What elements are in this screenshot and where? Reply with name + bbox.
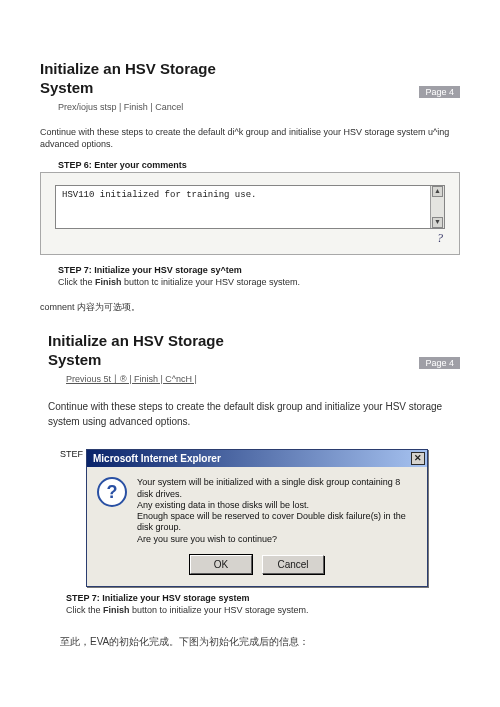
scrollbar[interactable]: ▲ ▼ [430,186,444,228]
finish-word-2: Finish [103,605,130,615]
msg-l3: Enough space will be reserved to cover D… [137,511,415,534]
final-note: 至此，EVA的初始化完成。下图为初始化完成后的信息： [60,635,460,649]
comments-text[interactable]: HSV110 initialized for training use. [56,186,430,228]
wizard-nav[interactable]: Prex/iojus stsp | Finish | Cancel [58,102,460,112]
page-badge-2: Page 4 [419,357,460,369]
step6-label: STEP 6: Enter your comments [58,160,460,170]
comments-textarea[interactable]: HSV110 initialized for training use. ▲ ▼ [55,185,445,229]
finish-word: Finish [95,277,122,287]
scroll-up-icon[interactable]: ▲ [432,186,443,197]
dialog-titlebar: Microsoft Internet Explorer ✕ [87,450,427,467]
stef-label: STEF [60,449,83,459]
scroll-down-icon[interactable]: ▼ [432,217,443,228]
intro-text-2: Continue with these steps to create the … [48,400,460,429]
dialog-message: Your system will be initialized with a s… [137,477,415,545]
msg-l4: Are you sure you wish to continue? [137,534,415,545]
step7-label: STEP 7: Initialize your HSV storage sy^t… [58,265,460,275]
page-title: Initialize an HSV Storage System [40,60,250,98]
confirm-dialog: Microsoft Internet Explorer ✕ ? Your sys… [86,449,428,587]
msg-l2: Any existing data in those disks will be… [137,500,415,511]
close-icon[interactable]: ✕ [411,452,425,465]
question-icon: ? [97,477,127,507]
page-title-2: Initialize an HSV Storage System [48,332,258,370]
msg-l1: Your system will be initialized with a s… [137,477,415,500]
ok-button[interactable]: OK [190,555,252,574]
s2c: button to initialize your HSV storage sy… [130,605,309,615]
page-badge: Page 4 [419,86,460,98]
comment-note: comnent 内容为可选项。 [40,301,460,314]
cancel-button[interactable]: Cancel [262,555,324,574]
step7-desc-2: Click the Finish button to initialize yo… [66,605,460,615]
dialog-title: Microsoft Internet Explorer [93,453,221,464]
intro-text: Continue with these steps to create the … [40,126,460,150]
step7-desc: Click the Finish button tc initialize yo… [58,277,460,287]
section-1: Initialize an HSV Storage System Page 4 … [40,60,460,314]
step7-label-2: STEP 7: Initialize your HSV storage syst… [66,593,460,603]
comments-panel: HSV110 initialized for training use. ▲ ▼… [40,172,460,255]
help-icon[interactable]: ? [55,231,445,246]
step7a: Click the [58,277,95,287]
s2a: Click the [66,605,103,615]
section-2: Initialize an HSV Storage System Page 4 … [48,332,460,649]
step7c: button tc initialize your HSV storage sy… [122,277,301,287]
wizard-nav-2[interactable]: Previous 5t丨® | Finish | C^ncH | [66,373,460,386]
